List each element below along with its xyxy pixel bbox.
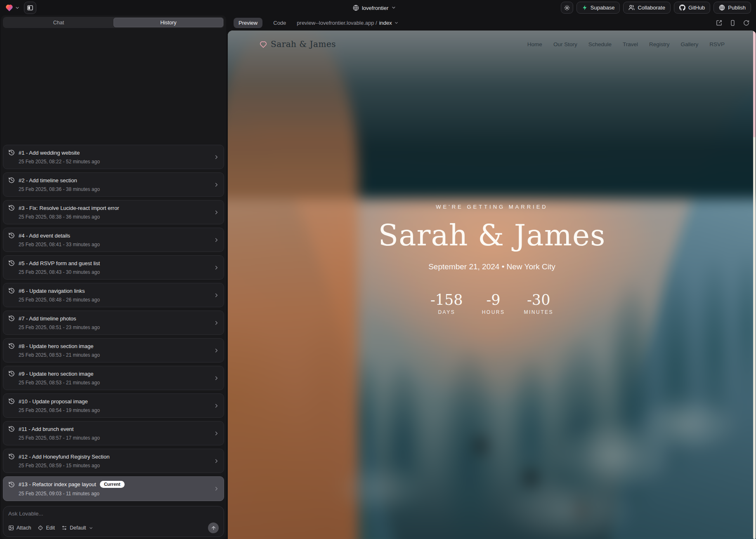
history-item[interactable]: #2 - Add timeline section25 Feb 2025, 08… xyxy=(3,172,224,197)
history-item[interactable]: #7 - Add timeline photos25 Feb 2025, 08:… xyxy=(3,311,224,335)
mode-select[interactable]: Default xyxy=(61,525,93,531)
nav-link-registry[interactable]: Registry xyxy=(649,41,670,47)
history-item-title: #1 - Add wedding website xyxy=(19,150,80,156)
sidebar-toggle-button[interactable] xyxy=(24,2,36,14)
history-icon xyxy=(8,343,15,349)
history-item[interactable]: #11 - Add brunch event25 Feb 2025, 08:57… xyxy=(3,421,224,445)
history-item-timestamp: 25 Feb 2025, 08:51 - 23 minutes ago xyxy=(19,325,211,330)
history-item-timestamp: 25 Feb 2025, 08:57 - 17 minutes ago xyxy=(19,435,211,441)
tab-preview[interactable]: Preview xyxy=(234,18,262,28)
lovable-heart-icon xyxy=(5,4,14,12)
supabase-button[interactable]: Supabase xyxy=(576,2,620,14)
chevron-down-icon xyxy=(394,21,399,25)
send-button[interactable] xyxy=(208,523,219,533)
history-item-timestamp: 25 Feb 2025, 09:03 - 11 minutes ago xyxy=(19,491,211,497)
preview-panel: Preview Code preview--lovefrontier.lovab… xyxy=(228,15,756,539)
history-item[interactable]: #3 - Fix: Resolve Lucide-react import er… xyxy=(3,200,224,224)
hero-date-location: September 21, 2024 • New York City xyxy=(306,262,678,271)
history-item-timestamp: 25 Feb 2025, 08:38 - 36 minutes ago xyxy=(19,214,211,220)
history-item-title: #9 - Update hero section image xyxy=(19,371,93,377)
preview-scrollbar xyxy=(753,31,756,539)
history-item[interactable]: #1 - Add wedding website25 Feb 2025, 08:… xyxy=(3,145,224,169)
globe-icon xyxy=(353,5,359,11)
site-nav: HomeOur StoryScheduleTravelRegistryGalle… xyxy=(527,41,725,47)
attach-image-icon xyxy=(8,525,14,531)
history-list: #1 - Add wedding website25 Feb 2025, 08:… xyxy=(1,145,226,504)
chevron-right-icon xyxy=(213,486,220,492)
countdown: -158DAYS-9HOURS-30MINUTES xyxy=(306,293,678,315)
edit-select-icon xyxy=(38,525,43,531)
attach-button[interactable]: Attach xyxy=(8,525,31,531)
hero-eyebrow: WE'RE GETTING MARRIED xyxy=(306,204,678,210)
refresh-button[interactable] xyxy=(743,20,749,26)
chevron-right-icon xyxy=(213,430,220,436)
history-icon xyxy=(8,426,15,432)
scrollbar-thumb[interactable] xyxy=(753,31,756,137)
site-header: Sarah & James HomeOur StoryScheduleTrave… xyxy=(228,31,756,58)
smartphone-icon xyxy=(730,20,736,26)
history-item[interactable]: #12 - Add Honeyfund Registry Section25 F… xyxy=(3,449,224,473)
history-item-title: #2 - Add timeline section xyxy=(19,177,77,184)
chevron-right-icon xyxy=(213,402,220,409)
history-item-timestamp: 25 Feb 2025, 08:53 - 21 minutes ago xyxy=(19,352,211,358)
heart-outline-icon xyxy=(259,40,267,48)
history-icon xyxy=(8,149,15,156)
history-item[interactable]: #9 - Update hero section image25 Feb 202… xyxy=(3,366,224,390)
history-item-title: #11 - Add brunch event xyxy=(19,426,73,432)
prompt-input[interactable] xyxy=(8,511,219,517)
site-logo[interactable]: Sarah & James xyxy=(259,39,336,49)
tab-code[interactable]: Code xyxy=(268,18,291,28)
nav-link-gallery[interactable]: Gallery xyxy=(680,41,698,47)
chevron-right-icon xyxy=(213,154,220,160)
history-item-timestamp: 25 Feb 2025, 08:22 - 52 minutes ago xyxy=(19,159,211,165)
history-item-title: #4 - Add event details xyxy=(19,233,70,239)
countdown-unit: -30MINUTES xyxy=(524,293,553,315)
open-external-button[interactable] xyxy=(716,20,722,26)
collaborate-button[interactable]: Collaborate xyxy=(623,2,671,14)
countdown-label: MINUTES xyxy=(524,309,553,315)
countdown-label: DAYS xyxy=(430,309,463,315)
countdown-unit: -9HOURS xyxy=(482,293,505,315)
publish-globe-icon xyxy=(719,5,725,11)
history-item[interactable]: #4 - Add event details25 Feb 2025, 08:41… xyxy=(3,228,224,252)
history-item-timestamp: 25 Feb 2025, 08:48 - 26 minutes ago xyxy=(19,297,211,303)
countdown-unit: -158DAYS xyxy=(430,293,463,315)
history-item[interactable]: #8 - Update hero section image25 Feb 202… xyxy=(3,338,224,362)
external-link-icon xyxy=(716,20,722,26)
history-item[interactable]: #10 - Update proposal image25 Feb 2025, … xyxy=(3,393,224,418)
github-button[interactable]: GitHub xyxy=(674,2,710,14)
history-item[interactable]: #6 - Update navigation links25 Feb 2025,… xyxy=(3,283,224,307)
nav-link-travel[interactable]: Travel xyxy=(623,41,638,47)
app-window: lovefrontier Supabase Collaborate GitHub… xyxy=(0,0,756,539)
history-icon xyxy=(8,287,15,294)
gear-icon xyxy=(564,5,570,11)
history-item[interactable]: #13 - Refactor index page layoutCurrent2… xyxy=(3,476,224,501)
hero-title: Sarah & James xyxy=(306,218,678,252)
chevron-down-icon xyxy=(89,526,93,530)
chevron-right-icon xyxy=(213,375,220,381)
mobile-view-button[interactable] xyxy=(730,20,736,26)
publish-button[interactable]: Publish xyxy=(713,2,751,14)
preview-url[interactable]: preview--lovefrontier.lovable.app / inde… xyxy=(297,20,398,26)
countdown-value: -9 xyxy=(482,293,505,307)
nav-link-our-story[interactable]: Our Story xyxy=(553,41,577,47)
hero-section: WE'RE GETTING MARRIED Sarah & James Sept… xyxy=(306,204,678,315)
preview-toolbar: Preview Code preview--lovefrontier.lovab… xyxy=(228,15,756,31)
tab-history[interactable]: History xyxy=(113,18,223,27)
history-icon xyxy=(8,370,15,377)
project-switcher[interactable]: lovefrontier xyxy=(353,5,396,11)
lovable-logo-menu[interactable] xyxy=(5,4,20,12)
history-item-timestamp: 25 Feb 2025, 08:41 - 33 minutes ago xyxy=(19,242,211,247)
nav-link-rsvp[interactable]: RSVP xyxy=(709,41,725,47)
tab-chat[interactable]: Chat xyxy=(4,18,113,27)
edit-button[interactable]: Edit xyxy=(38,525,55,531)
settings-button[interactable] xyxy=(561,2,573,14)
history-item[interactable]: #5 - Add RSVP form and guest list25 Feb … xyxy=(3,255,224,280)
nav-link-home[interactable]: Home xyxy=(527,41,542,47)
chevron-down-icon xyxy=(391,5,396,10)
history-icon xyxy=(8,232,15,239)
nav-link-schedule[interactable]: Schedule xyxy=(588,41,612,47)
history-icon xyxy=(8,453,15,460)
history-item-timestamp: 25 Feb 2025, 08:54 - 19 minutes ago xyxy=(19,407,211,413)
history-icon xyxy=(8,481,15,488)
